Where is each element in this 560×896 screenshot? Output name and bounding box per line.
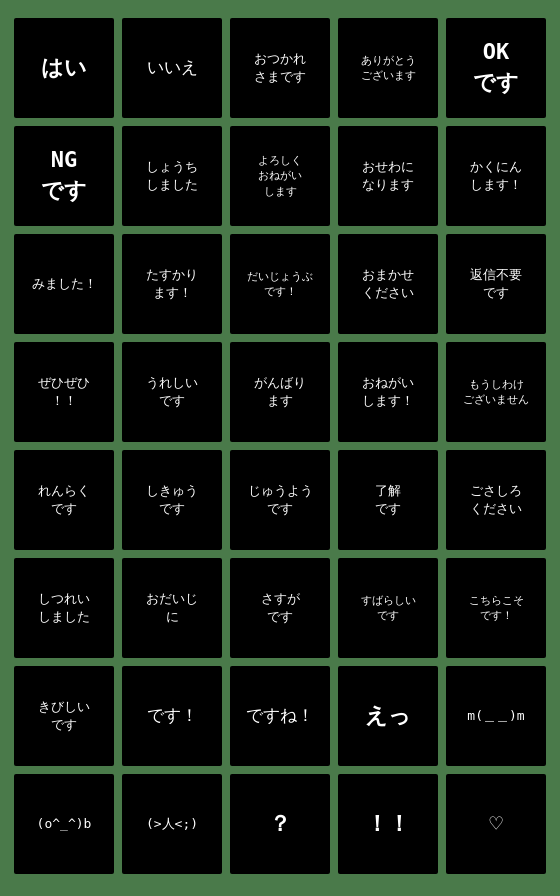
sticker-item[interactable]: かくにん します！	[446, 126, 546, 226]
sticker-item[interactable]: NG です	[14, 126, 114, 226]
sticker-item[interactable]: みました！	[14, 234, 114, 334]
sticker-grid: はいいいえおつかれ さまですありがとう ございますOK ですNG ですしょうち …	[6, 10, 554, 882]
sticker-item[interactable]: たすかり ます！	[122, 234, 222, 334]
sticker-item[interactable]: こちらこそ です！	[446, 558, 546, 658]
sticker-item[interactable]: 了解 です	[338, 450, 438, 550]
sticker-item[interactable]: ♡	[446, 774, 546, 874]
sticker-item[interactable]: (>人<;)	[122, 774, 222, 874]
sticker-item[interactable]: 返信不要 です	[446, 234, 546, 334]
sticker-item[interactable]: えっ	[338, 666, 438, 766]
sticker-item[interactable]: じゅうよう です	[230, 450, 330, 550]
sticker-item[interactable]: ？	[230, 774, 330, 874]
sticker-item[interactable]: しょうち しました	[122, 126, 222, 226]
sticker-item[interactable]: OK です	[446, 18, 546, 118]
sticker-item[interactable]: だいじょうぶ です！	[230, 234, 330, 334]
sticker-item[interactable]: すばらしい です	[338, 558, 438, 658]
sticker-item[interactable]: しつれい しました	[14, 558, 114, 658]
sticker-item[interactable]: さすが です	[230, 558, 330, 658]
sticker-item[interactable]: おまかせ ください	[338, 234, 438, 334]
sticker-item[interactable]: よろしく おねがい します	[230, 126, 330, 226]
sticker-item[interactable]: ですね！	[230, 666, 330, 766]
sticker-item[interactable]: ぜひぜひ ！！	[14, 342, 114, 442]
sticker-item[interactable]: おだいじ に	[122, 558, 222, 658]
sticker-item[interactable]: もうしわけ ございません	[446, 342, 546, 442]
sticker-item[interactable]: ！！	[338, 774, 438, 874]
sticker-item[interactable]: おせわに なります	[338, 126, 438, 226]
sticker-item[interactable]: きびしい です	[14, 666, 114, 766]
sticker-item[interactable]: しきゅう です	[122, 450, 222, 550]
sticker-item[interactable]: ありがとう ございます	[338, 18, 438, 118]
sticker-item[interactable]: (o^_^)b	[14, 774, 114, 874]
sticker-item[interactable]: ごさしろ ください	[446, 450, 546, 550]
sticker-item[interactable]: れんらく です	[14, 450, 114, 550]
sticker-item[interactable]: おつかれ さまです	[230, 18, 330, 118]
sticker-item[interactable]: うれしい です	[122, 342, 222, 442]
sticker-item[interactable]: おねがい します！	[338, 342, 438, 442]
sticker-item[interactable]: はい	[14, 18, 114, 118]
sticker-item[interactable]: です！	[122, 666, 222, 766]
sticker-item[interactable]: がんばり ます	[230, 342, 330, 442]
sticker-item[interactable]: m(＿＿)m	[446, 666, 546, 766]
sticker-item[interactable]: いいえ	[122, 18, 222, 118]
